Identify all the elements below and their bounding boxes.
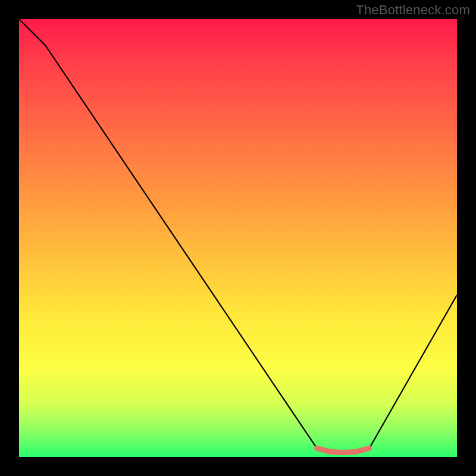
highlight-segment bbox=[317, 448, 369, 452]
watermark-label: TheBottleneck.com bbox=[356, 2, 470, 18]
bottleneck-curve bbox=[19, 19, 457, 453]
curve-layer bbox=[19, 19, 457, 457]
plot-area bbox=[19, 19, 457, 457]
chart-frame: TheBottleneck.com bbox=[0, 0, 476, 476]
